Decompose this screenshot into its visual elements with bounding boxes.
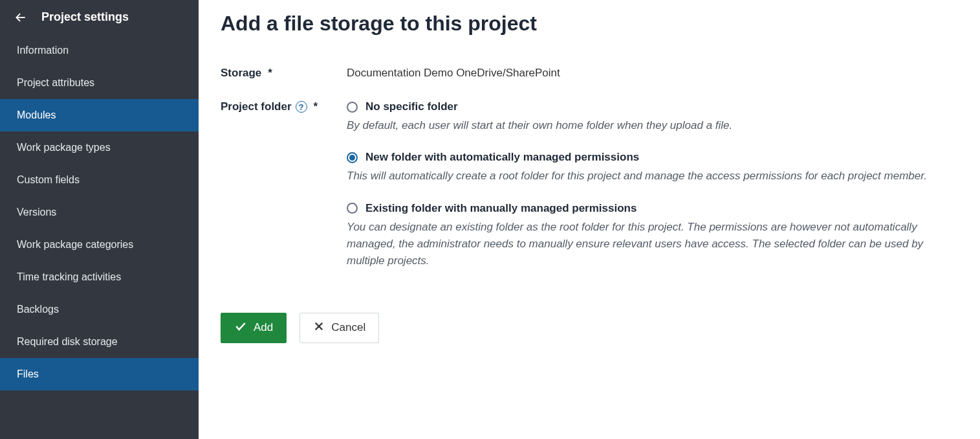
sidebar-item-project-attributes[interactable]: Project attributes — [0, 67, 199, 99]
project-folder-label-col: Project folder ? * — [221, 100, 347, 113]
actions-row: Add Cancel — [221, 313, 958, 343]
radio-desc-new-folder: This will automatically create a root fo… — [347, 168, 958, 185]
sidebar-item-files[interactable]: Files — [0, 358, 199, 390]
radio-desc-no-specific: By default, each user will start at thei… — [347, 117, 958, 134]
radio-option-no-specific: No specific folder By default, each user… — [347, 100, 958, 134]
storage-value: Documentation Demo OneDrive/SharePoint — [347, 67, 560, 79]
radio-row: New folder with automatically managed pe… — [347, 151, 958, 164]
radio-row: Existing folder with manually managed pe… — [347, 202, 958, 215]
required-marker: * — [314, 100, 318, 113]
sidebar-item-information[interactable]: Information — [0, 34, 199, 67]
check-icon — [234, 320, 247, 336]
storage-label: Storage — [221, 67, 261, 80]
main-content: Add a file storage to this project Stora… — [199, 0, 980, 439]
sidebar-item-work-package-categories[interactable]: Work package categories — [0, 229, 199, 261]
radio-option-existing-folder: Existing folder with manually managed pe… — [347, 202, 958, 270]
sidebar-item-work-package-types[interactable]: Work package types — [0, 131, 199, 164]
cancel-button-label: Cancel — [331, 321, 365, 334]
radio-label-new-folder[interactable]: New folder with automatically managed pe… — [365, 151, 639, 164]
radio-label-no-specific[interactable]: No specific folder — [365, 100, 458, 113]
close-icon — [313, 321, 325, 335]
sidebar-item-required-disk-storage[interactable]: Required disk storage — [0, 326, 199, 358]
radio-no-specific[interactable] — [347, 102, 358, 113]
sidebar-item-modules[interactable]: Modules — [0, 99, 199, 131]
radio-desc-existing-folder: You can designate an existing folder as … — [347, 219, 958, 270]
help-icon[interactable]: ? — [296, 101, 307, 113]
page-title: Add a file storage to this project — [221, 12, 958, 36]
add-button-label: Add — [254, 321, 273, 334]
required-marker: * — [268, 67, 272, 80]
storage-label-col: Storage * — [221, 67, 347, 80]
project-folder-options: No specific folder By default, each user… — [347, 100, 958, 287]
sidebar-item-custom-fields[interactable]: Custom fields — [0, 164, 199, 196]
sidebar-header: Project settings — [0, 0, 199, 34]
radio-label-existing-folder[interactable]: Existing folder with manually managed pe… — [365, 202, 637, 215]
sidebar-item-versions[interactable]: Versions — [0, 196, 199, 229]
radio-option-new-folder: New folder with automatically managed pe… — [347, 151, 958, 185]
sidebar: Project settings Information Project att… — [0, 0, 199, 439]
storage-value-col: Documentation Demo OneDrive/SharePoint — [347, 67, 958, 80]
sidebar-item-backlogs[interactable]: Backlogs — [0, 293, 199, 326]
back-arrow-icon[interactable] — [14, 11, 27, 24]
radio-row: No specific folder — [347, 100, 958, 113]
sidebar-nav: Information Project attributes Modules W… — [0, 34, 199, 390]
sidebar-item-time-tracking-activities[interactable]: Time tracking activities — [0, 261, 199, 293]
project-folder-row: Project folder ? * No specific folder By… — [221, 100, 958, 287]
radio-existing-folder[interactable] — [347, 203, 358, 214]
sidebar-title: Project settings — [41, 10, 129, 24]
storage-row: Storage * Documentation Demo OneDrive/Sh… — [221, 67, 958, 80]
cancel-button[interactable]: Cancel — [299, 313, 379, 343]
project-folder-label: Project folder — [221, 100, 292, 113]
radio-new-folder[interactable] — [347, 152, 358, 163]
add-button[interactable]: Add — [221, 313, 287, 343]
